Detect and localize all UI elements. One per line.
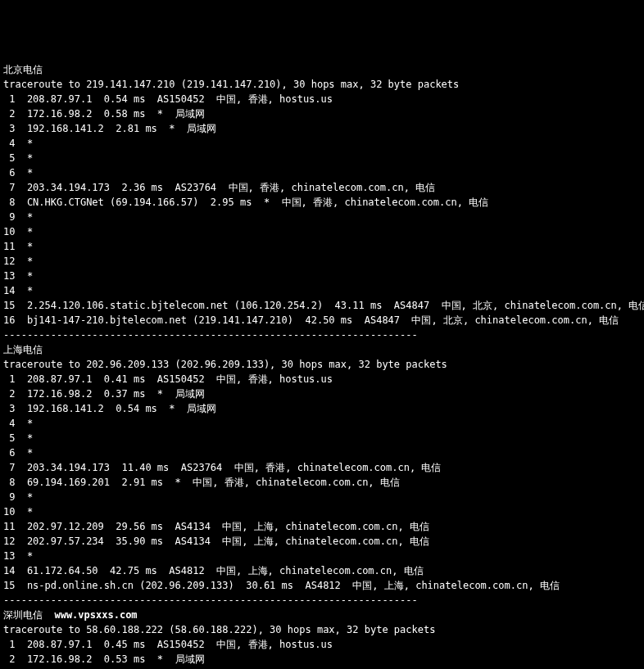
traceroute-header: traceroute to 219.141.147.210 (219.141.1… (3, 77, 641, 92)
hop-line: 1 208.87.97.1 0.41 ms AS150452 中国, 香港, h… (3, 372, 641, 386)
title-text: 北京电信 (3, 64, 43, 75)
hop-line: 1 208.87.97.1 0.54 ms AS150452 中国, 香港, h… (3, 92, 641, 106)
hop-line: 15 2.254.120.106.static.bjtelecom.net (1… (3, 298, 641, 313)
hop-line: 13 * (3, 549, 641, 563)
title-text: 深圳电信 (3, 609, 43, 621)
hop-line: 16 bj141-147-210.bjtelecom.net (219.141.… (3, 313, 641, 328)
hop-line: 10 * (3, 224, 641, 239)
hop-line: 15 ns-pd.online.sh.cn (202.96.209.133) 3… (3, 578, 641, 593)
hop-line: 14 61.172.64.50 42.75 ms AS4812 中国, 上海, … (3, 563, 641, 578)
hop-line: 6 * (3, 165, 641, 180)
separator-line: ----------------------------------------… (3, 593, 641, 608)
section-title: 深圳电信 www.vpsxxs.com (3, 608, 641, 622)
traceroute-header: traceroute to 58.60.188.222 (58.60.188.2… (3, 622, 641, 637)
hop-line: 9 * (3, 210, 641, 224)
hop-line: 7 203.34.194.173 2.36 ms AS23764 中国, 香港,… (3, 180, 641, 195)
hop-line: 2 172.16.98.2 0.53 ms * 局域网 (3, 652, 641, 667)
hop-line: 11 202.97.12.209 29.56 ms AS4134 中国, 上海,… (3, 519, 641, 534)
hop-line: 10 * (3, 504, 641, 519)
hop-line: 3 192.168.141.2 0.54 ms * 局域网 (3, 401, 641, 416)
separator-line: ----------------------------------------… (3, 328, 641, 342)
hop-line: 8 69.194.169.201 2.91 ms * 中国, 香港, china… (3, 475, 641, 490)
hop-line: 9 * (3, 490, 641, 504)
hop-line: 1 208.87.97.1 0.45 ms AS150452 中国, 香港, h… (3, 637, 641, 652)
hop-line: 2 172.16.98.2 0.58 ms * 局域网 (3, 106, 641, 121)
hop-line: 12 * (3, 254, 641, 269)
hop-line: 7 203.34.194.173 11.40 ms AS23764 中国, 香港… (3, 460, 641, 475)
hop-line: 12 202.97.57.234 35.90 ms AS4134 中国, 上海,… (3, 534, 641, 549)
section-title: 上海电信 (3, 342, 641, 357)
hop-line: 2 172.16.98.2 0.37 ms * 局域网 (3, 386, 641, 401)
hop-line: 3 192.168.141.2 2.81 ms * 局域网 (3, 121, 641, 136)
section-title: 北京电信 (3, 62, 641, 77)
hop-line: 5 * (3, 431, 641, 445)
hop-line: 4 * (3, 416, 641, 431)
hop-line: 13 * (3, 269, 641, 283)
hop-line: 6 * (3, 445, 641, 460)
terminal-output: 北京电信traceroute to 219.141.147.210 (219.1… (3, 62, 641, 669)
hop-line: 11 * (3, 239, 641, 254)
hop-line: 14 * (3, 283, 641, 298)
traceroute-header: traceroute to 202.96.209.133 (202.96.209… (3, 357, 641, 372)
title-text: 上海电信 (3, 344, 43, 355)
hop-line: 8 CN.HKG.CTGNet (69.194.166.57) 2.95 ms … (3, 195, 641, 210)
hop-line: 4 * (3, 136, 641, 151)
hop-line: 5 * (3, 151, 641, 165)
watermark-text: www.vpsxxs.com (43, 609, 138, 621)
